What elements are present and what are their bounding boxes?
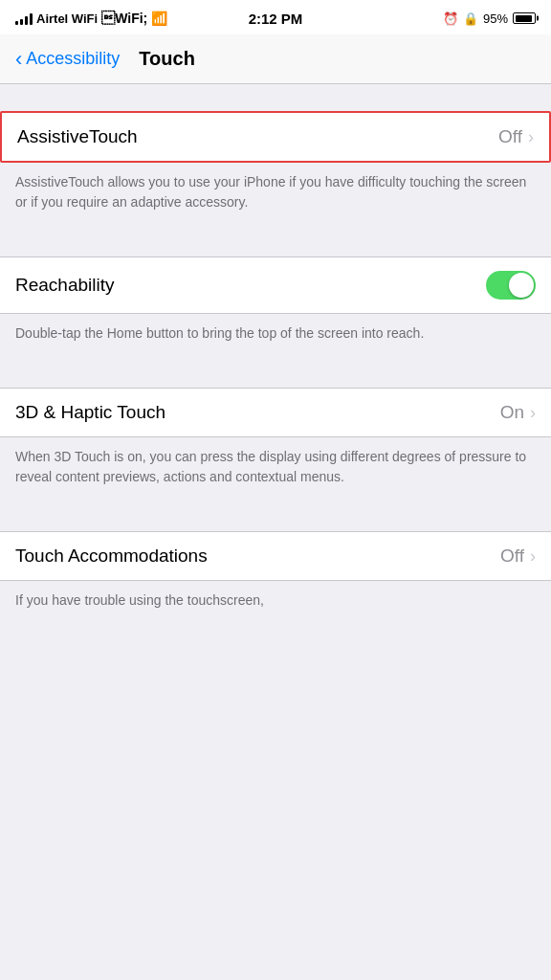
- assistive-touch-status: Off: [498, 126, 522, 147]
- reachability-group: Reachability Double-tap the Home button …: [0, 256, 551, 361]
- status-right: ⏰ 🔒 95%: [443, 11, 536, 26]
- back-label: Accessibility: [26, 49, 120, 69]
- back-button[interactable]: ‹ Accessibility: [15, 49, 120, 70]
- status-left: Airtel WiFi WiFi; 📶: [15, 11, 167, 26]
- lock-icon: 🔒: [463, 11, 478, 26]
- reachability-toggle[interactable]: [486, 271, 536, 300]
- reachability-row[interactable]: Reachability: [0, 256, 551, 314]
- nav-bar: ‹ Accessibility Touch: [0, 34, 551, 84]
- signal-bars-icon: [15, 11, 33, 25]
- battery-icon: [513, 12, 536, 24]
- chevron-right-icon: ›: [530, 403, 536, 423]
- haptic-touch-row[interactable]: 3D & Haptic Touch On ›: [0, 388, 551, 437]
- page-title: Touch: [139, 48, 195, 70]
- touch-accommodations-value: Off ›: [500, 546, 536, 567]
- reachability-label: Reachability: [15, 275, 115, 296]
- touch-accommodations-group: Touch Accommodations Off › If you have t…: [0, 531, 551, 628]
- touch-accommodations-status: Off: [500, 546, 524, 567]
- haptic-touch-group: 3D & Haptic Touch On › When 3D Touch is …: [0, 388, 551, 504]
- chevron-right-icon: ›: [530, 546, 536, 567]
- assistive-touch-value: Off ›: [498, 126, 534, 147]
- touch-accommodations-row[interactable]: Touch Accommodations Off ›: [0, 531, 551, 581]
- haptic-touch-status: On: [500, 402, 524, 423]
- touch-accommodations-label: Touch Accommodations: [15, 546, 208, 567]
- assistive-touch-label: AssistiveTouch: [17, 126, 138, 147]
- assistive-touch-row[interactable]: AssistiveTouch Off ›: [0, 111, 551, 163]
- toggle-knob: [509, 273, 534, 298]
- touch-accommodations-description: If you have trouble using the touchscree…: [0, 581, 551, 628]
- battery-percent: 95%: [483, 11, 508, 26]
- assistive-touch-description: AssistiveTouch allows you to use your iP…: [0, 163, 551, 230]
- haptic-touch-label: 3D & Haptic Touch: [15, 402, 165, 423]
- back-chevron-icon: ‹: [15, 49, 22, 70]
- reachability-description: Double-tap the Home button to bring the …: [0, 314, 551, 361]
- carrier-label: Airtel WiFi: [36, 11, 98, 26]
- wifi-icon: WiFi; 📶: [101, 11, 167, 26]
- chevron-right-icon: ›: [528, 127, 534, 147]
- content: AssistiveTouch Off › AssistiveTouch allo…: [0, 84, 551, 628]
- haptic-touch-value: On ›: [500, 402, 536, 423]
- alarm-icon: ⏰: [443, 11, 458, 26]
- haptic-touch-description: When 3D Touch is on, you can press the d…: [0, 437, 551, 504]
- assistive-touch-group: AssistiveTouch Off › AssistiveTouch allo…: [0, 111, 551, 230]
- status-time: 2:12 PM: [249, 11, 303, 27]
- status-bar: Airtel WiFi WiFi; 📶 2:12 PM ⏰ 🔒 95%: [0, 0, 551, 34]
